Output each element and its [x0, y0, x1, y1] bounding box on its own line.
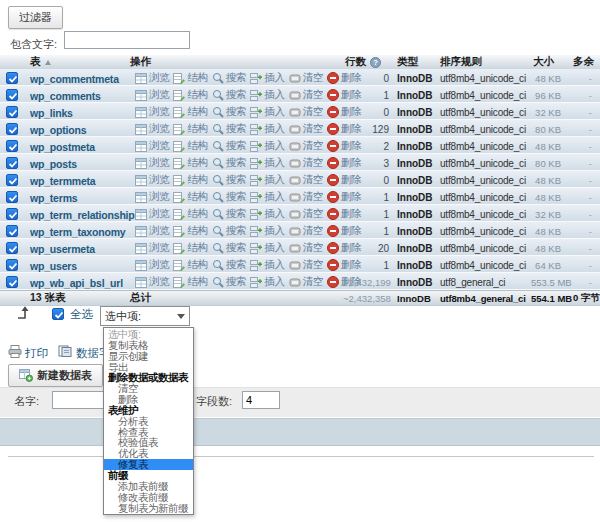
empty-link[interactable]: 清空 — [289, 105, 323, 119]
structure-link[interactable]: 结构 — [173, 173, 207, 187]
insert-link[interactable]: 插入 — [250, 105, 284, 119]
dropdown-option[interactable]: 选中项: — [104, 329, 193, 340]
column-header-table[interactable]: 表 — [24, 55, 128, 69]
table-name-link[interactable]: wp_users — [30, 260, 77, 272]
empty-link[interactable]: 清空 — [289, 173, 323, 187]
column-header-overhead[interactable]: 多余 — [573, 55, 600, 69]
search-link[interactable]: 搜索 — [212, 241, 246, 255]
row-checkbox[interactable] — [6, 259, 18, 271]
insert-link[interactable]: 插入 — [250, 71, 284, 85]
table-name-link[interactable]: wp_comments — [30, 90, 101, 102]
structure-link[interactable]: 结构 — [173, 71, 207, 85]
structure-link[interactable]: 结构 — [173, 139, 207, 153]
row-checkbox[interactable] — [6, 242, 18, 254]
structure-link[interactable]: 结构 — [173, 105, 207, 119]
table-name-link[interactable]: wp_links — [30, 107, 73, 119]
search-link[interactable]: 搜索 — [212, 173, 246, 187]
dropdown-option[interactable]: 导出 — [104, 362, 193, 373]
print-link[interactable]: 打印 — [25, 346, 48, 361]
with-selected-select[interactable]: 选中项: — [100, 306, 190, 326]
row-checkbox[interactable] — [6, 72, 18, 84]
row-checkbox[interactable] — [6, 276, 18, 288]
insert-link[interactable]: 插入 — [250, 88, 284, 102]
dropdown-option[interactable]: 表维护 — [104, 405, 193, 416]
structure-link[interactable]: 结构 — [173, 275, 207, 289]
empty-link[interactable]: 清空 — [289, 122, 323, 136]
search-link[interactable]: 搜索 — [212, 190, 246, 204]
empty-link[interactable]: 清空 — [289, 139, 323, 153]
structure-link[interactable]: 结构 — [173, 207, 207, 221]
empty-link[interactable]: 清空 — [289, 190, 323, 204]
insert-link[interactable]: 插入 — [250, 241, 284, 255]
structure-link[interactable]: 结构 — [173, 224, 207, 238]
column-header-collation[interactable]: 排序规则 — [437, 55, 531, 69]
dropdown-option[interactable]: 删除数据或数据表 — [104, 372, 193, 383]
dropdown-option[interactable]: 修复表 — [104, 459, 193, 470]
browse-link[interactable]: 浏览 — [135, 139, 169, 153]
search-link[interactable]: 搜索 — [212, 105, 246, 119]
dropdown-option[interactable]: 清空 — [104, 383, 193, 394]
table-name-link[interactable]: wp_commentmeta — [30, 73, 119, 85]
dropdown-option[interactable]: 显示创建 — [104, 351, 193, 362]
help-icon[interactable]: ? — [370, 57, 381, 68]
dropdown-option[interactable]: 前缀 — [104, 470, 193, 481]
table-name-link[interactable]: wp_postmeta — [30, 141, 95, 153]
insert-link[interactable]: 插入 — [250, 139, 284, 153]
browse-link[interactable]: 浏览 — [135, 190, 169, 204]
insert-link[interactable]: 插入 — [250, 207, 284, 221]
search-link[interactable]: 搜索 — [212, 88, 246, 102]
dropdown-option[interactable]: 分析表 — [104, 416, 193, 427]
dropdown-option[interactable]: 删除 — [104, 394, 193, 405]
table-name-link[interactable]: wp_terms — [30, 192, 77, 204]
empty-link[interactable]: 清空 — [289, 207, 323, 221]
search-link[interactable]: 搜索 — [212, 258, 246, 272]
empty-link[interactable]: 清空 — [289, 156, 323, 170]
insert-link[interactable]: 插入 — [250, 156, 284, 170]
column-header-type[interactable]: 类型 — [391, 55, 437, 69]
insert-link[interactable]: 插入 — [250, 258, 284, 272]
empty-link[interactable]: 清空 — [289, 224, 323, 238]
empty-link[interactable]: 清空 — [289, 241, 323, 255]
check-all-checkbox[interactable] — [52, 308, 64, 320]
browse-link[interactable]: 浏览 — [135, 173, 169, 187]
search-link[interactable]: 搜索 — [212, 275, 246, 289]
table-name-link[interactable]: wp_term_relationships — [30, 209, 140, 221]
dropdown-option[interactable]: 复制表为新前缀 — [104, 503, 193, 514]
browse-link[interactable]: 浏览 — [135, 207, 169, 221]
browse-link[interactable]: 浏览 — [135, 241, 169, 255]
browse-link[interactable]: 浏览 — [135, 275, 169, 289]
search-link[interactable]: 搜索 — [212, 224, 246, 238]
structure-link[interactable]: 结构 — [173, 88, 207, 102]
fields-count-input[interactable] — [242, 391, 280, 409]
search-link[interactable]: 搜索 — [212, 71, 246, 85]
table-name-link[interactable]: wp_usermeta — [30, 243, 95, 255]
empty-link[interactable]: 清空 — [289, 71, 323, 85]
browse-link[interactable]: 浏览 — [135, 71, 169, 85]
dropdown-option[interactable]: 修改表前缀 — [104, 492, 193, 503]
row-checkbox[interactable] — [6, 157, 18, 169]
table-name-link[interactable]: wp_options — [30, 124, 86, 136]
browse-link[interactable]: 浏览 — [135, 224, 169, 238]
browse-link[interactable]: 浏览 — [135, 88, 169, 102]
column-header-size[interactable]: 大小 — [531, 55, 573, 69]
structure-link[interactable]: 结构 — [173, 258, 207, 272]
empty-link[interactable]: 清空 — [289, 258, 323, 272]
insert-link[interactable]: 插入 — [250, 224, 284, 238]
row-checkbox[interactable] — [6, 225, 18, 237]
browse-link[interactable]: 浏览 — [135, 156, 169, 170]
table-name-link[interactable]: wp_term_taxonomy — [30, 226, 125, 238]
structure-link[interactable]: 结构 — [173, 156, 207, 170]
browse-link[interactable]: 浏览 — [135, 122, 169, 136]
browse-link[interactable]: 浏览 — [135, 258, 169, 272]
dropdown-option[interactable]: 添加表前缀 — [104, 481, 193, 492]
search-link[interactable]: 搜索 — [212, 156, 246, 170]
table-name-link[interactable]: wp_wb_api_bsl_url — [30, 277, 123, 289]
dropdown-option[interactable]: 优化表 — [104, 448, 193, 459]
insert-link[interactable]: 插入 — [250, 122, 284, 136]
row-checkbox[interactable] — [6, 191, 18, 203]
insert-link[interactable]: 插入 — [250, 190, 284, 204]
browse-link[interactable]: 浏览 — [135, 105, 169, 119]
table-name-link[interactable]: wp_termmeta — [30, 175, 96, 187]
row-checkbox[interactable] — [6, 89, 18, 101]
search-link[interactable]: 搜索 — [212, 139, 246, 153]
